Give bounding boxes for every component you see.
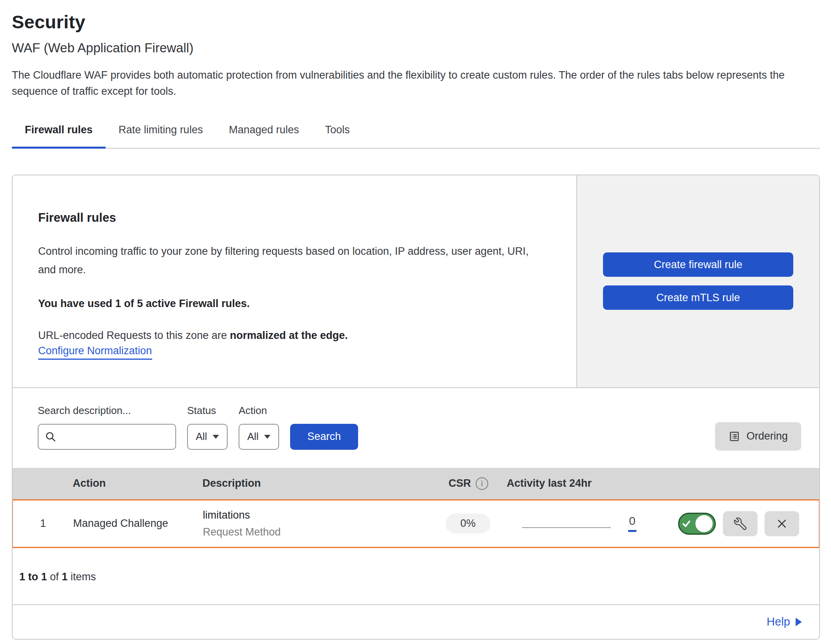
create-rule-panel: Create firewall rule Create mTLS rule [576, 175, 819, 387]
summary-total: 1 [62, 571, 68, 583]
normalization-text: URL-encoded Requests to this zone are no… [38, 329, 553, 342]
search-description-label: Search description... [38, 405, 176, 417]
list-icon [728, 431, 740, 442]
status-label: Status [187, 405, 228, 417]
tab-managed-rules[interactable]: Managed rules [216, 118, 312, 148]
activity-wrap: 0 [506, 515, 679, 532]
ordering-button-label: Ordering [746, 430, 788, 442]
tab-tools[interactable]: Tools [312, 118, 363, 148]
status-select[interactable]: All [187, 424, 228, 450]
table-header: Action Description CSR i Activity last 2… [13, 468, 819, 499]
tab-rate-limiting-rules[interactable]: Rate limiting rules [106, 118, 216, 148]
header-csr-label: CSR [449, 477, 471, 489]
status-select-value: All [196, 431, 207, 443]
edit-rule-button[interactable] [723, 511, 757, 536]
rule-enabled-toggle[interactable] [678, 513, 716, 535]
create-firewall-rule-button[interactable]: Create firewall rule [603, 252, 793, 277]
toggle-knob [695, 515, 713, 532]
header-action: Action [73, 477, 202, 489]
search-input[interactable] [61, 431, 193, 443]
firewall-rules-summary-section: Firewall rules Control incoming traffic … [13, 175, 819, 388]
info-icon[interactable]: i [476, 477, 488, 490]
rule-description-cell: limitations Request Method [203, 509, 430, 538]
action-select[interactable]: All [239, 424, 279, 450]
rule-description: limitations [203, 509, 430, 521]
page-subtitle: WAF (Web Application Firewall) [12, 40, 820, 55]
header-csr: CSR i [430, 477, 507, 490]
search-input-box[interactable] [38, 424, 176, 450]
rule-csr-cell: 0% [430, 513, 506, 534]
rule-activity-cell: 0 [506, 515, 679, 532]
normalization-bold: normalized at the edge. [230, 329, 348, 341]
usage-text: You have used 1 of 5 active Firewall rul… [38, 298, 553, 310]
action-filter-group: Action All [239, 405, 279, 450]
configure-normalization-link[interactable]: Configure Normalization [38, 345, 152, 360]
status-filter-group: Status All [187, 405, 228, 450]
action-select-value: All [247, 431, 259, 443]
card-description: Control incoming traffic to your zone by… [38, 242, 537, 280]
summary-items: items [68, 571, 96, 583]
header-activity: Activity last 24hr [507, 477, 680, 489]
normalization-prefix: URL-encoded Requests to this zone are [38, 329, 230, 341]
filter-bar: Search description... Status All [13, 388, 819, 468]
close-icon [776, 518, 788, 530]
rule-controls [679, 511, 819, 536]
csr-badge: 0% [445, 513, 491, 534]
check-icon [681, 519, 691, 529]
page-description: The Cloudflare WAF provides both automat… [12, 67, 810, 99]
waf-tab-bar: Firewall rules Rate limiting rules Manag… [12, 118, 820, 149]
search-button[interactable]: Search [290, 424, 359, 450]
chevron-down-icon [213, 435, 219, 439]
help-row: Help [13, 605, 819, 639]
search-icon [45, 431, 57, 443]
table-summary: 1 to 1 of 1 items [13, 548, 819, 605]
help-link[interactable]: Help [767, 615, 802, 628]
tab-firewall-rules[interactable]: Firewall rules [12, 118, 106, 148]
wrench-icon [734, 517, 746, 530]
rule-description-sub: Request Method [203, 526, 430, 538]
firewall-rules-summary-text: Firewall rules Control incoming traffic … [13, 175, 576, 387]
firewall-rule-row[interactable]: 1 Managed Challenge limitations Request … [12, 499, 820, 548]
search-description-group: Search description... [38, 405, 176, 450]
create-mtls-rule-button[interactable]: Create mTLS rule [603, 285, 793, 310]
chevron-down-icon [264, 435, 270, 439]
action-label: Action [239, 405, 279, 417]
firewall-rules-card: Firewall rules Control incoming traffic … [12, 175, 820, 640]
delete-rule-button[interactable] [765, 511, 799, 536]
page-title: Security [12, 11, 820, 33]
summary-range: 1 to 1 [19, 571, 47, 583]
summary-of: of [47, 571, 62, 583]
header-description: Description [202, 477, 430, 489]
help-link-label: Help [767, 615, 790, 628]
activity-count-link[interactable]: 0 [628, 515, 636, 532]
security-waf-page: Security WAF (Web Application Firewall) … [12, 11, 820, 640]
rule-action: Managed Challenge [73, 517, 203, 530]
help-arrow-icon [796, 618, 802, 626]
activity-sparkline [522, 527, 611, 528]
rule-priority: 1 [13, 517, 73, 530]
card-heading: Firewall rules [38, 211, 553, 225]
ordering-button[interactable]: Ordering [715, 422, 801, 451]
